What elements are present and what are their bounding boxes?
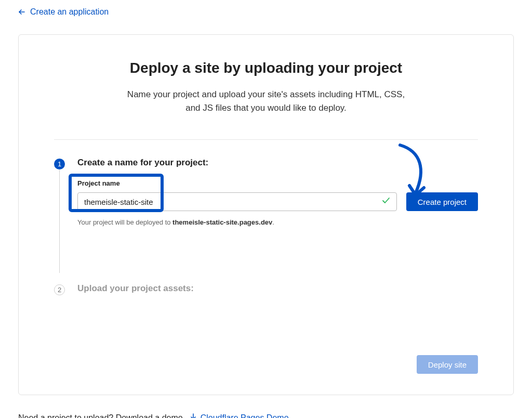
back-link-label: Create an application — [30, 7, 109, 17]
step-1-badge: 1 — [54, 159, 65, 169]
demo-link-label: Cloudflare Pages Demo — [201, 413, 289, 418]
footer: Need a project to upload? Download a dem… — [0, 395, 532, 418]
demo-download-link[interactable]: Cloudflare Pages Demo — [189, 413, 289, 418]
footer-prompt: Need a project to upload? Download a dem… — [18, 413, 183, 418]
deploy-url-helper: Your project will be deployed to themeis… — [77, 218, 478, 226]
step-2-title: Upload your project assets: — [77, 283, 478, 294]
page-title: Deploy a site by uploading your project — [54, 60, 478, 76]
deploy-site-button-label: Deploy site — [428, 360, 467, 369]
deploy-site-button[interactable]: Deploy site — [417, 355, 478, 374]
step-connector — [59, 170, 60, 273]
create-project-button-label: Create project — [418, 198, 467, 206]
step-2-row: 2 Upload your project assets: — [54, 283, 478, 305]
page-subtitle: Name your project and upload your site's… — [126, 88, 406, 114]
project-name-label: Project name — [77, 179, 397, 187]
helper-prefix: Your project will be deployed to — [77, 218, 172, 226]
step-1-number: 1 — [58, 160, 61, 168]
step-2-number: 2 — [58, 286, 61, 294]
helper-domain: themeisle-static-site.pages.dev — [172, 218, 272, 226]
arrow-left-icon — [18, 8, 26, 16]
checkmark-icon — [381, 196, 391, 207]
deploy-card: Deploy a site by uploading your project … — [18, 34, 514, 395]
helper-suffix: . — [272, 218, 274, 226]
step-1-row: 1 Create a name for your project: Projec… — [54, 158, 478, 226]
step-2-badge: 2 — [54, 284, 65, 295]
download-icon — [189, 413, 197, 418]
create-project-button[interactable]: Create project — [406, 192, 478, 211]
project-name-input[interactable] — [77, 192, 397, 211]
step-1-title: Create a name for your project: — [77, 158, 478, 168]
back-link[interactable]: Create an application — [0, 0, 126, 24]
divider — [54, 139, 478, 140]
